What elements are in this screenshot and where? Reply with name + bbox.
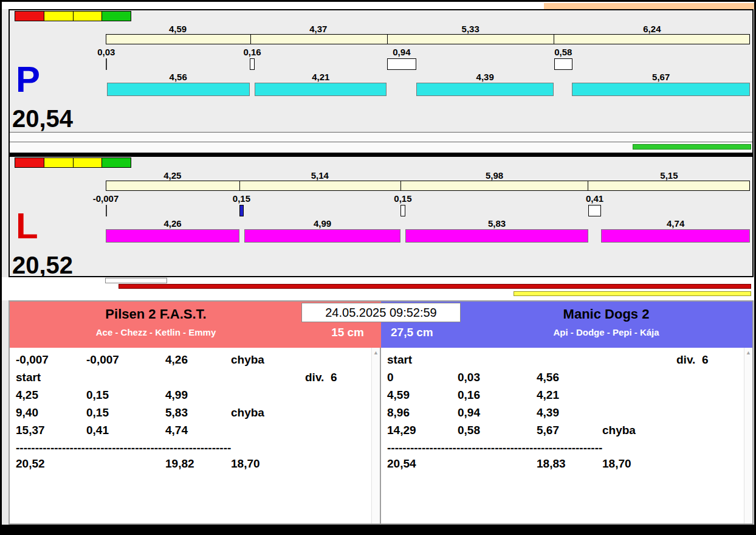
change-gap: [554, 83, 572, 96]
result-cell: 0,15: [86, 406, 109, 419]
clipped-menu-strip: [2, 2, 754, 9]
lane-l-track: 4,255,145,985,15 -0,0070,150,150,41 4,26…: [106, 157, 750, 276]
change-gap: [400, 229, 405, 243]
result-cell: 5,83: [165, 406, 188, 419]
totals-row: 20,5219,8218,70: [10, 457, 380, 475]
result-cell: 0,15: [86, 388, 109, 402]
result-row: 15,370,414,74: [10, 424, 380, 441]
run-time-label: 4,39: [416, 72, 554, 81]
change-marker: [588, 205, 601, 216]
run-time-label: 4,21: [255, 72, 387, 81]
traffic-light-segment: [15, 11, 44, 21]
traffic-light-segment: [44, 157, 74, 168]
change-markers: [106, 205, 750, 216]
substrip-empty-row: [10, 133, 752, 142]
change-gap: [387, 72, 416, 81]
change-time-label: 0,41: [586, 193, 603, 204]
change-marker: [554, 58, 572, 70]
leg-total-label: 4,59: [106, 24, 250, 33]
leg-total-segment: [400, 181, 588, 190]
run-time-label: 4,26: [106, 218, 239, 228]
result-cell: 4,56: [537, 371, 559, 384]
totals-row: 20,5418,8318,70: [381, 457, 752, 475]
result-cell: div. 6: [676, 353, 708, 367]
leg-total-segment: [387, 35, 554, 44]
change-marker: [387, 58, 417, 70]
result-row: 8,960,944,39: [381, 406, 752, 424]
change-marker: [250, 58, 255, 70]
lane-p-track: 4,594,375,336,24 0,030,160,940,58 4,564,…: [106, 10, 750, 153]
run-time-segment: [572, 83, 750, 96]
change-gap: [250, 72, 255, 81]
run-times-bar: [106, 229, 750, 243]
lane-p-section: P 20,54 4,594,375,336,24 0,030,160,940,5…: [9, 9, 754, 154]
leg-total-segment: [106, 181, 239, 190]
scroll-up-icon[interactable]: ▲: [744, 350, 752, 356]
run-time-labels: 4,564,214,395,67: [106, 72, 750, 81]
lane-l-letter: L: [16, 208, 38, 244]
result-row: 00,034,56: [381, 371, 752, 388]
run-time-segment: [405, 229, 588, 243]
result-cell: 4,25: [16, 388, 38, 402]
result-cell: 4,39: [537, 406, 559, 419]
change-time-label: 0,58: [554, 47, 572, 57]
team-right-dogs: Api - Dodge - Pepi - Kája: [381, 327, 752, 337]
scrollbar-right[interactable]: ▲: [744, 348, 752, 523]
yellow-progress-bar: [514, 291, 751, 296]
result-cell: 4,21: [537, 388, 559, 402]
result-cell: chyba: [231, 406, 264, 419]
run-times-bar: [106, 83, 750, 96]
leg-total-labels: 4,594,375,336,24: [106, 24, 750, 33]
team-left-jump-height: 15 cm: [331, 326, 364, 339]
change-marker: [400, 205, 405, 216]
change-gap: [554, 72, 572, 81]
red-progress-bar: [119, 284, 751, 289]
change-gap: [239, 229, 244, 243]
change-time-label: -0,007: [93, 193, 119, 204]
result-cell: 0,94: [458, 406, 480, 419]
traffic-light-segment: [74, 11, 103, 21]
result-cell: 9,40: [16, 406, 38, 419]
result-cell: 4,59: [387, 388, 410, 402]
result-cell: 5,67: [537, 424, 559, 437]
result-cell: 20,52: [16, 457, 45, 471]
leg-total-label: 4,25: [106, 170, 239, 180]
result-cell: -0,007: [86, 353, 119, 367]
timing-app-window: P 20,54 4,594,375,336,24 0,030,160,940,5…: [0, 0, 756, 535]
scrollbar-left[interactable]: ▲: [371, 348, 380, 523]
team-headers: Pilsen 2 F.A.S.T. Ace - Chezz - Ketlin -…: [10, 302, 752, 348]
result-row: -0,007-0,0074,26chyba: [10, 353, 380, 371]
result-cell: 14,29: [387, 424, 416, 437]
traffic-light-segment: [74, 157, 103, 168]
change-markers: [106, 58, 750, 70]
run-time-labels: 4,264,995,834,74: [106, 218, 750, 228]
run-time-label: 5,67: [572, 72, 750, 81]
lane-p-substrip: [10, 132, 752, 153]
run-time-label: 4,74: [601, 218, 750, 228]
result-cell: div. 6: [305, 371, 337, 384]
change-gap: [250, 83, 255, 96]
run-time-segment: [106, 229, 239, 243]
lane-l-section: L 20,52 4,255,145,985,15 -0,0070,150,150…: [9, 156, 754, 277]
result-cell: start: [387, 353, 412, 367]
scroll-up-icon[interactable]: ▲: [372, 350, 380, 356]
result-row: startdiv. 6: [10, 371, 380, 388]
result-cell: -0,007: [16, 353, 49, 367]
change-time-label: 0,94: [393, 47, 410, 57]
result-row: 14,290,585,67chyba: [381, 424, 752, 441]
result-cell: 4,99: [165, 388, 188, 402]
leg-total-label: 5,98: [400, 170, 588, 180]
result-cell: 0,58: [458, 424, 480, 437]
run-time-label: 4,99: [244, 218, 401, 228]
result-cell: 19,82: [165, 457, 194, 471]
change-gap: [588, 218, 601, 228]
run-time-segment: [416, 83, 554, 96]
lane-l-total-time: 20,52: [12, 253, 73, 277]
result-row: startdiv. 6: [381, 353, 752, 371]
result-cell: 18,70: [231, 457, 260, 471]
team-right-results: startdiv. 600,034,564,590,164,218,960,94…: [381, 348, 752, 523]
separator-row: ----------------------------------------…: [381, 441, 752, 457]
leg-total-segment: [239, 181, 400, 190]
leg-total-segment: [250, 35, 387, 44]
change-time-labels: -0,0070,150,150,41: [106, 193, 750, 203]
